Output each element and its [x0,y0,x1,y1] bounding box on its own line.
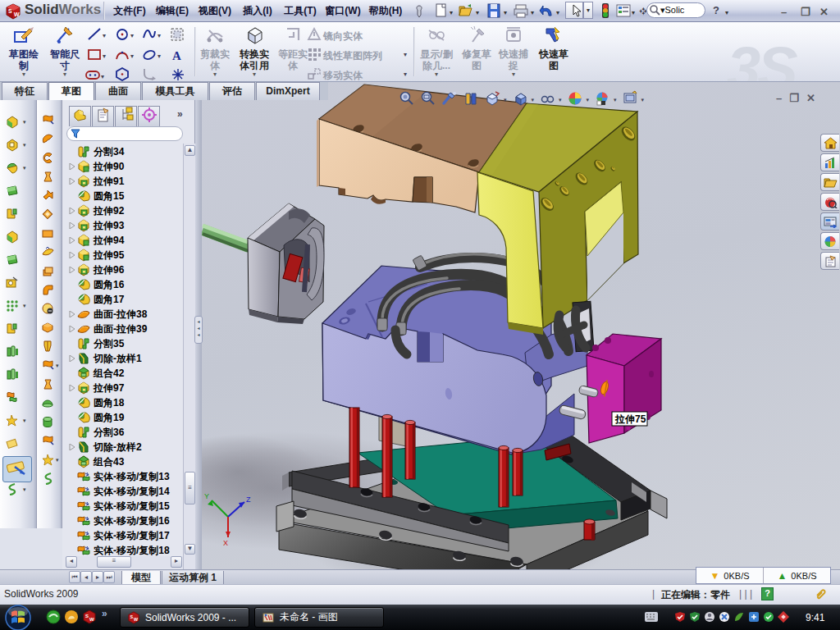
svg-text:Z: Z [246,495,251,504]
svg-text:S: S [8,8,12,14]
svg-text:S: S [85,614,89,619]
svg-text:W: W [89,617,94,622]
svg-text:A: A [172,49,181,62]
svg-text:拉伸75: 拉伸75 [614,413,646,425]
svg-text:W: W [14,11,20,17]
svg-text:Y: Y [204,492,209,500]
svg-text:S: S [130,614,134,619]
svg-text:X: X [223,539,228,547]
